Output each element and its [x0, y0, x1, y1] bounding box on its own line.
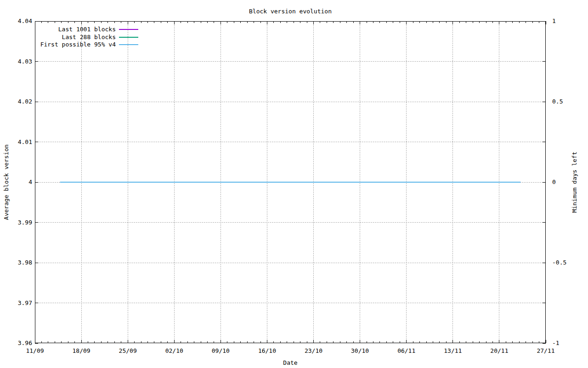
block-version-evolution-chart: Block version evolution Date Average blo…: [0, 0, 588, 368]
y-tick-label: 3.98: [0, 259, 32, 266]
legend-item-label: Last 288 blocks: [37, 34, 116, 41]
y-tick-label: 4: [0, 178, 32, 186]
x-tick-label: 20/11: [481, 347, 518, 355]
legend-line-sample: [119, 29, 138, 30]
legend-line-sample: [119, 44, 138, 45]
x-tick-label: 25/09: [109, 347, 146, 355]
legend-item: Last 288 blocks: [0, 34, 147, 41]
x-tick-label: 18/09: [63, 347, 100, 355]
legend-line-sample: [119, 37, 138, 38]
x-tick-label: 16/10: [249, 347, 285, 355]
y-tick-label: 4.02: [0, 98, 32, 105]
y2-tick-label: 0: [552, 178, 587, 186]
y2-tick-label: 1: [552, 17, 587, 25]
x-tick-label: 06/11: [388, 347, 425, 355]
legend-item: Last 1001 blocks: [0, 26, 147, 33]
legend-item-label: Last 1001 blocks: [37, 26, 116, 33]
y-tick-label: 4.03: [0, 58, 32, 65]
x-tick-label: 30/10: [342, 347, 379, 355]
chart-title: Block version evolution: [35, 8, 546, 15]
x-tick-label: 27/11: [527, 347, 564, 355]
legend-item: First possible 95% v4: [0, 41, 147, 48]
y2-tick-label: -1: [552, 339, 587, 347]
x-tick-label: 11/09: [17, 347, 53, 355]
plot-svg: [0, 0, 588, 368]
y2-tick-label: 0.5: [552, 98, 587, 105]
x-tick-label: 02/10: [156, 347, 192, 355]
y-tick-label: 4.01: [0, 138, 32, 146]
x-tick-label: 13/11: [435, 347, 471, 355]
y2-tick-label: -0.5: [552, 259, 587, 266]
x-tick-label: 23/10: [295, 347, 332, 355]
y-tick-label: 3.97: [0, 299, 32, 307]
y-tick-label: 4.04: [0, 17, 32, 25]
y-tick-label: 3.96: [0, 339, 32, 347]
legend-item-label: First possible 95% v4: [37, 41, 116, 48]
x-axis-label: Date: [35, 359, 546, 367]
y-tick-label: 3.99: [0, 219, 32, 226]
x-tick-label: 09/10: [202, 347, 239, 355]
